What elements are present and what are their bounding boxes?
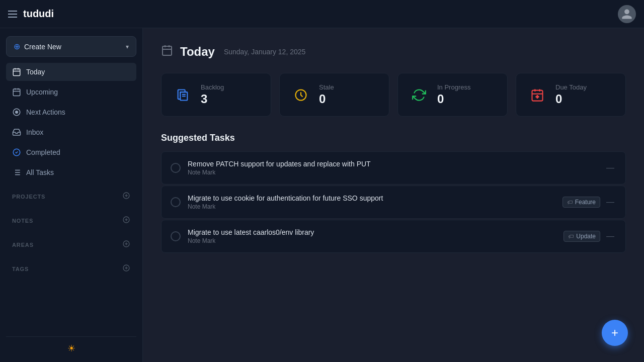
avatar-icon: [621, 8, 633, 20]
task-tag-feature-label: Feature: [575, 199, 596, 206]
stale-icon: [291, 85, 311, 105]
stat-cards: Backlog 3 Stale 0: [161, 73, 626, 117]
page-date: Sunday, January 12, 2025: [224, 48, 305, 56]
due-today-icon: [527, 85, 547, 105]
task-checkbox-1[interactable]: [171, 163, 181, 173]
hamburger-menu[interactable]: [8, 11, 17, 18]
tags-section-label: TAGS: [12, 266, 29, 272]
svg-point-9: [16, 111, 18, 114]
in-progress-value: 0: [437, 92, 470, 106]
stat-card-backlog[interactable]: Backlog 3: [161, 73, 271, 117]
circle-dot-icon: [12, 108, 21, 117]
topbar-left: tududi: [8, 8, 54, 20]
task-minus-2[interactable]: —: [604, 198, 616, 207]
notes-section-label: NOTES: [12, 218, 33, 224]
due-today-label: Due Today: [555, 83, 587, 91]
task-name-1: Remove PATCH support for updates and rep…: [188, 160, 597, 168]
stat-card-due-today[interactable]: Due Today 0: [516, 73, 626, 117]
sidebar-item-all-tasks[interactable]: All Tasks: [6, 163, 136, 182]
topbar: tududi: [0, 0, 644, 28]
stat-card-stale[interactable]: Stale 0: [279, 73, 389, 117]
task-item[interactable]: Migrate to use cookie for authentication…: [161, 186, 626, 219]
today-calendar-icon: [161, 44, 173, 59]
suggested-tasks-title: Suggested Tasks: [161, 133, 626, 143]
sidebar-item-upcoming[interactable]: Upcoming: [6, 83, 136, 101]
sidebar-item-today-label: Today: [26, 68, 45, 76]
task-name-2: Migrate to use cookie for authentication…: [188, 194, 555, 202]
sidebar-item-inbox-label: Inbox: [26, 128, 43, 136]
stale-label: Stale: [319, 83, 334, 91]
sidebar-item-all-tasks-label: All Tasks: [26, 168, 54, 176]
task-item[interactable]: Migrate to use latest caarlos0/env libra…: [161, 220, 626, 253]
task-list: Remove PATCH support for updates and rep…: [161, 151, 626, 253]
task-tag-update[interactable]: 🏷 Update: [564, 231, 600, 242]
notes-add-button[interactable]: [122, 216, 130, 226]
svg-rect-4: [13, 89, 20, 96]
task-item[interactable]: Remove PATCH support for updates and rep…: [161, 151, 626, 185]
sidebar-item-inbox[interactable]: Inbox: [6, 123, 136, 141]
suggested-tasks-section: Suggested Tasks Remove PATCH support for…: [161, 133, 626, 253]
main-content: Today Sunday, January 12, 2025 Backlog 3: [143, 28, 644, 362]
plus-circle-icon: ⊕: [14, 42, 20, 51]
task-minus-1[interactable]: —: [604, 163, 616, 172]
sidebar-bottom: ☀: [6, 336, 136, 354]
task-name-3: Migrate to use latest caarlos0/env libra…: [188, 228, 556, 236]
app-logo: tududi: [23, 8, 54, 20]
inbox-icon: [12, 128, 21, 137]
projects-section-header: PROJECTS: [6, 188, 136, 206]
layout: ⊕ Create New ▾ Today Upcoming: [0, 28, 644, 362]
stat-card-in-progress[interactable]: In Progress 0: [397, 73, 508, 117]
tags-section-header: TAGS: [6, 260, 136, 278]
sidebar-item-next-actions[interactable]: Next Actions: [6, 103, 136, 121]
tag-icon: 🏷: [567, 199, 573, 205]
list-icon: [12, 168, 21, 177]
sidebar-item-completed-label: Completed: [26, 148, 60, 156]
backlog-icon: [173, 85, 193, 105]
backlog-value: 3: [201, 92, 224, 106]
due-today-value: 0: [555, 92, 587, 106]
sidebar: ⊕ Create New ▾ Today Upcoming: [0, 28, 143, 362]
avatar[interactable]: [618, 5, 636, 23]
task-tag-update-label: Update: [576, 233, 596, 240]
task-checkbox-3[interactable]: [171, 231, 181, 241]
page-title: Today: [180, 45, 215, 59]
calendar-upcoming-icon: [12, 87, 21, 97]
task-meta-3: Note Mark: [188, 237, 556, 244]
task-minus-3[interactable]: —: [604, 232, 616, 241]
projects-add-button[interactable]: [122, 192, 130, 202]
areas-add-button[interactable]: [122, 240, 130, 250]
areas-section-header: AREAS: [6, 236, 136, 254]
task-meta-2: Note Mark: [188, 203, 555, 210]
calendar-today-icon: [12, 67, 21, 76]
sidebar-item-next-actions-label: Next Actions: [26, 108, 65, 116]
sidebar-item-completed[interactable]: Completed: [6, 143, 136, 161]
task-tag-feature[interactable]: 🏷 Feature: [562, 197, 600, 208]
in-progress-label: In Progress: [437, 83, 470, 91]
notes-section-header: NOTES: [6, 212, 136, 230]
theme-toggle-button[interactable]: ☀: [67, 343, 75, 354]
in-progress-icon: [409, 85, 429, 105]
backlog-label: Backlog: [201, 83, 224, 91]
areas-section-label: AREAS: [12, 242, 34, 248]
page-header: Today Sunday, January 12, 2025: [161, 44, 626, 59]
projects-section-label: PROJECTS: [12, 194, 45, 200]
sidebar-item-today[interactable]: Today: [6, 63, 136, 81]
create-new-button[interactable]: ⊕ Create New ▾: [6, 36, 136, 57]
svg-rect-29: [163, 46, 172, 55]
tag-icon: 🏷: [568, 233, 574, 239]
check-circle-icon: [12, 148, 21, 157]
sidebar-item-upcoming-label: Upcoming: [26, 88, 58, 96]
fab-add-button[interactable]: +: [602, 320, 628, 346]
task-meta-1: Note Mark: [188, 169, 597, 176]
stale-value: 0: [319, 92, 334, 106]
tags-add-button[interactable]: [122, 264, 130, 274]
svg-rect-0: [13, 69, 20, 76]
create-new-label: Create New: [24, 43, 61, 51]
chevron-down-icon: ▾: [126, 43, 129, 50]
task-checkbox-2[interactable]: [171, 197, 181, 207]
